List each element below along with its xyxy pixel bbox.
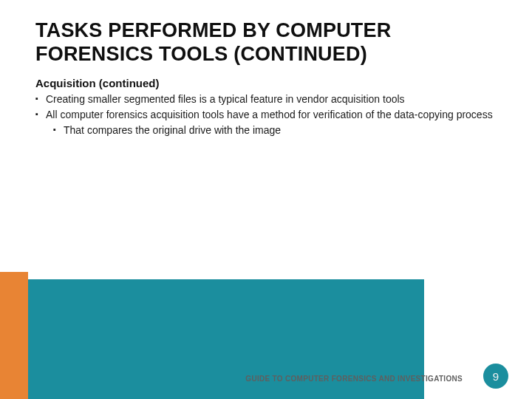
sub-bullet-list: That compares the original drive with th… <box>46 123 497 137</box>
bullet-text: That compares the original drive with th… <box>64 124 281 136</box>
list-item: That compares the original drive with th… <box>53 123 497 137</box>
slide: TASKS PERFORMED BY COMPUTER FORENSICS TO… <box>0 0 532 399</box>
page-number-badge: 9 <box>483 364 508 389</box>
list-item: All computer forensics acquisition tools… <box>35 108 497 137</box>
footer-label: GUIDE TO COMPUTER FORENSICS AND INVESTIG… <box>245 375 463 383</box>
bullet-text: All computer forensics acquisition tools… <box>46 109 493 120</box>
section-subheading: Acquisition (continued) <box>35 77 497 89</box>
bullet-list: Creating smaller segmented files is a ty… <box>35 92 497 137</box>
list-item: Creating smaller segmented files is a ty… <box>35 92 497 106</box>
bullet-text: Creating smaller segmented files is a ty… <box>46 93 405 105</box>
slide-title: TASKS PERFORMED BY COMPUTER FORENSICS TO… <box>35 19 497 66</box>
decoration-orange-bar <box>0 272 28 399</box>
